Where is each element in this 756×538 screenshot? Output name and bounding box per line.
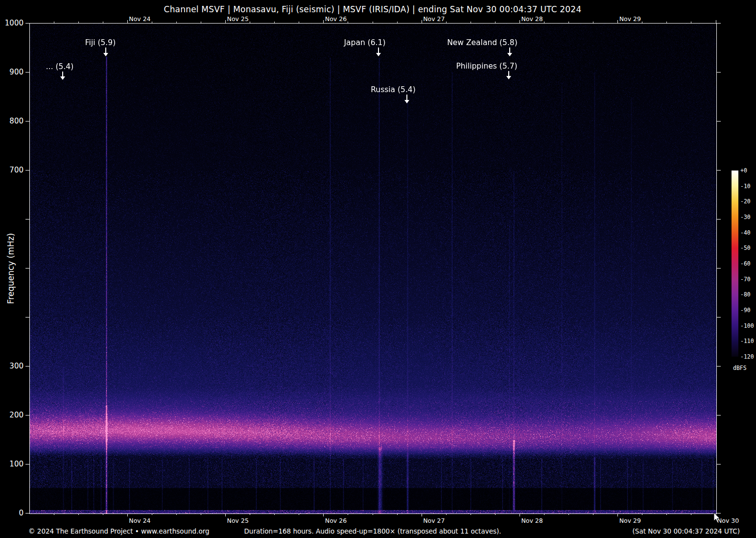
page-title: Channel MSVF | Monasavu, Fiji (seismic) … — [29, 4, 716, 14]
x-tick-bottom — [127, 514, 128, 516]
footer-duration: Duration=168 hours. Audio speed-up=1800×… — [29, 527, 716, 535]
y-tick-right — [717, 219, 721, 220]
x-tick-label-top: Nov 26 — [325, 15, 347, 23]
x-tick-bottom — [642, 514, 642, 515]
event-arrow-shaft — [62, 72, 63, 76]
x-tick-top — [274, 22, 275, 23]
x-tick-top — [250, 22, 250, 23]
x-tick-bottom — [176, 514, 177, 515]
event-label: ... (5.4) — [46, 62, 73, 71]
event-arrow-shaft — [509, 48, 510, 53]
x-tick-top — [617, 20, 618, 23]
colorbar-tick-label: -80 — [740, 291, 751, 298]
event-label: Fiji (5.9) — [85, 38, 116, 47]
x-tick-label-bottom: Nov 27 — [423, 517, 445, 524]
y-tick-left — [25, 415, 29, 416]
x-tick-top — [716, 20, 716, 23]
mouse-cursor-icon — [713, 513, 721, 523]
colorbar-tick-label: -40 — [740, 229, 751, 236]
x-tick-top — [201, 22, 201, 23]
x-tick-bottom — [446, 514, 447, 515]
x-tick-label-top: Nov 24 — [129, 15, 150, 23]
x-tick-label-top: Nov 27 — [423, 15, 445, 23]
colorbar-tick-label: -110 — [740, 338, 754, 344]
y-tick-right — [717, 366, 721, 367]
event-label: Russia (5.4) — [371, 85, 416, 94]
colorbar-tick-label: -90 — [740, 307, 751, 314]
x-tick-top — [152, 22, 152, 23]
x-tick-top — [127, 20, 128, 23]
x-tick-top — [544, 22, 544, 23]
x-tick-bottom — [666, 514, 667, 515]
x-tick-bottom — [495, 514, 496, 515]
y-tick-label: 900 — [1, 68, 24, 76]
x-tick-bottom — [299, 514, 299, 515]
x-tick-bottom — [373, 514, 373, 515]
x-tick-top — [422, 20, 422, 23]
x-tick-top — [666, 22, 667, 23]
x-tick-bottom — [568, 514, 569, 515]
x-tick-bottom — [422, 514, 422, 516]
x-tick-label-top: Nov 28 — [521, 15, 543, 23]
y-tick-label: 300 — [1, 362, 24, 370]
x-tick-bottom — [471, 514, 471, 515]
y-tick-left — [25, 219, 29, 220]
y-tick-right — [717, 170, 721, 171]
x-tick-top — [642, 22, 642, 23]
event-arrow-head — [60, 76, 65, 80]
x-tick-bottom — [103, 514, 103, 515]
x-tick-bottom — [201, 514, 201, 515]
x-tick-top — [348, 22, 348, 23]
colorbar-tick-label: -70 — [740, 276, 751, 283]
x-tick-top — [568, 22, 569, 23]
x-tick-top — [78, 22, 79, 23]
colorbar-tick-label: -30 — [740, 214, 751, 220]
y-tick-left — [25, 366, 29, 367]
x-tick-bottom — [348, 514, 348, 515]
y-tick-label: 1000 — [1, 19, 24, 27]
x-tick-bottom — [593, 514, 593, 515]
event-arrow-shaft — [378, 48, 379, 53]
y-tick-right — [717, 268, 721, 269]
x-tick-label-bottom: Nov 29 — [619, 517, 641, 524]
y-tick-label: 0 — [1, 509, 24, 517]
x-tick-top — [176, 22, 177, 23]
event-label: Philippines (5.7) — [456, 62, 517, 71]
y-tick-right — [717, 464, 721, 465]
y-axis-label: Frequency (mHz) — [6, 220, 16, 318]
x-tick-bottom — [617, 514, 618, 516]
x-tick-top — [397, 22, 398, 23]
x-tick-bottom — [691, 514, 691, 515]
x-tick-label-bottom: Nov 24 — [129, 517, 150, 524]
spectrogram-canvas — [30, 24, 716, 514]
event-label: Japan (6.1) — [344, 38, 386, 47]
x-tick-bottom — [397, 514, 398, 515]
x-tick-bottom — [544, 514, 544, 515]
y-tick-left — [25, 464, 29, 465]
y-tick-right — [717, 72, 721, 73]
y-tick-label: 100 — [1, 460, 24, 468]
y-tick-left — [25, 121, 29, 122]
event-arrow-head — [507, 53, 512, 56]
colorbar-tick-label: -50 — [740, 245, 751, 251]
x-tick-label-top: Nov 25 — [227, 15, 249, 23]
x-tick-top — [323, 20, 324, 23]
x-tick-label-top: Nov 29 — [619, 15, 641, 23]
y-tick-right — [717, 121, 721, 122]
x-tick-top — [54, 22, 54, 23]
x-tick-top — [299, 22, 299, 23]
x-tick-bottom — [274, 514, 275, 515]
x-tick-top — [446, 22, 447, 23]
y-tick-left — [25, 513, 29, 514]
y-tick-label: 200 — [1, 411, 24, 419]
x-tick-bottom — [54, 514, 54, 515]
x-tick-bottom — [152, 514, 152, 515]
colorbar — [732, 171, 738, 357]
y-tick-right — [717, 317, 721, 318]
x-tick-top — [593, 22, 593, 23]
event-arrow-head — [404, 100, 409, 103]
x-tick-top — [520, 20, 520, 23]
y-tick-left — [25, 268, 29, 269]
colorbar-unit-label: dBFS — [733, 365, 747, 371]
colorbar-tick-label: -60 — [740, 260, 751, 267]
